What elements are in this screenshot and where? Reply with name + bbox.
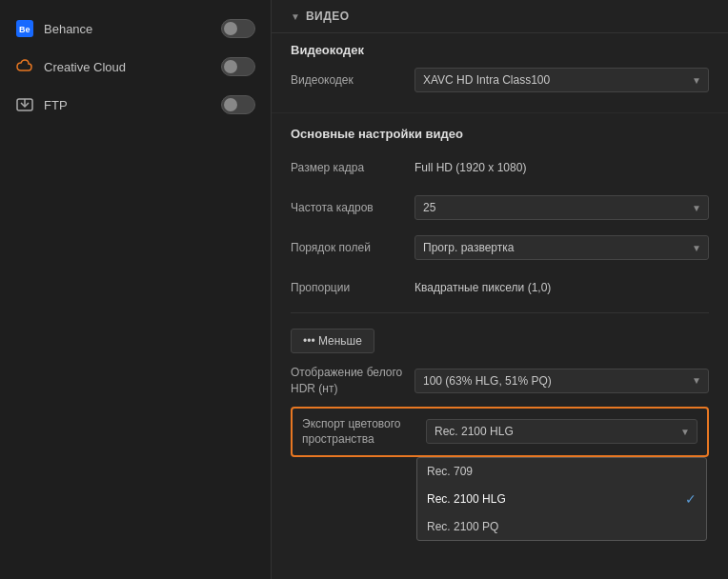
field-order-label: Порядок полей	[291, 240, 415, 256]
ftp-icon	[15, 95, 34, 114]
export-color-space-select[interactable]: Rec. 2100 HLG	[426, 419, 698, 444]
codec-row: Видеокодек XAVC HD Intra Class100 ▼	[291, 65, 709, 95]
sidebar-item-behance[interactable]: Be Behance	[0, 10, 271, 48]
basic-settings-section: Основные настройки видео Размер кадра Fu…	[272, 113, 728, 457]
creative-cloud-label: Creative Cloud	[44, 60, 126, 74]
svg-text:Be: Be	[19, 25, 30, 34]
dropdown-item-rec2100hlg[interactable]: Rec. 2100 HLG ✓	[417, 485, 706, 513]
basic-settings-title: Основные настройки видео	[291, 127, 709, 141]
proportions-label: Пропорции	[291, 280, 415, 296]
frame-rate-row: Частота кадров 25 ▼	[291, 192, 709, 223]
export-color-space-dropdown: Rec. 709 Rec. 2100 HLG ✓ Rec. 2100 PQ	[416, 457, 707, 541]
field-order-select[interactable]: Прогр. развертка	[415, 235, 709, 260]
hdr-select-wrapper: 100 (63% HLG, 51% PQ) ▼	[415, 369, 709, 393]
checkmark-icon: ✓	[685, 491, 697, 507]
dropdown-item-rec2100pq-label: Rec. 2100 PQ	[427, 520, 498, 533]
codec-select-wrapper: XAVC HD Intra Class100 ▼	[415, 68, 709, 92]
hdr-label: Отображение белого HDR (нт)	[291, 365, 415, 397]
field-order-select-wrapper: Прогр. развертка ▼	[415, 235, 709, 260]
frame-size-label: Размер кадра	[291, 160, 415, 176]
frame-size-value: Full HD (1920 x 1080)	[415, 161, 526, 174]
divider-1	[291, 312, 709, 313]
section-title-video: ВИДЕО	[306, 10, 350, 23]
hdr-row: Отображение белого HDR (нт) 100 (63% HLG…	[291, 365, 709, 397]
chevron-down-icon: ▼	[291, 11, 300, 22]
behance-icon: Be	[15, 19, 34, 38]
proportions-row: Пропорции Квадратные пиксели (1,0)	[291, 272, 709, 303]
frame-size-row: Размер кадра Full HD (1920 x 1080)	[291, 152, 709, 183]
dropdown-item-rec2100pq[interactable]: Rec. 2100 PQ	[417, 513, 706, 540]
main-content: ▼ ВИДЕО Видеокодек Видеокодек XAVC HD In…	[272, 0, 728, 579]
behance-toggle[interactable]	[221, 19, 255, 38]
section-header-video: ▼ ВИДЕО	[272, 0, 728, 33]
export-color-space-row: Экспорт цветового пространства Rec. 2100…	[302, 416, 698, 449]
frame-rate-select-wrapper: 25 ▼	[415, 195, 709, 220]
export-color-space-section: Экспорт цветового пространства Rec. 2100…	[291, 407, 709, 458]
codec-select[interactable]: XAVC HD Intra Class100	[415, 68, 709, 92]
frame-rate-select[interactable]: 25	[415, 195, 709, 220]
sidebar-item-creative-cloud[interactable]: Creative Cloud	[0, 48, 271, 86]
creative-cloud-toggle[interactable]	[221, 57, 255, 76]
field-order-row: Порядок полей Прогр. развертка ▼	[291, 232, 709, 263]
hdr-select[interactable]: 100 (63% HLG, 51% PQ)	[415, 369, 709, 393]
ftp-label: FTP	[44, 98, 68, 112]
more-button[interactable]: ••• Меньше	[291, 329, 374, 353]
dropdown-item-rec709[interactable]: Rec. 709	[417, 458, 706, 485]
sidebar-item-ftp[interactable]: FTP	[0, 86, 271, 124]
frame-rate-label: Частота кадров	[291, 200, 415, 216]
codec-label: Видеокодек	[291, 72, 415, 89]
export-color-space-label: Экспорт цветового пространства	[302, 416, 426, 449]
creative-cloud-icon	[15, 57, 34, 76]
proportions-value: Квадратные пиксели (1,0)	[415, 281, 551, 294]
behance-label: Behance	[44, 22, 92, 36]
sidebar: Be Behance Creative Cloud	[0, 0, 272, 579]
dropdown-item-rec2100hlg-label: Rec. 2100 HLG	[427, 492, 506, 506]
ftp-toggle[interactable]	[221, 95, 255, 114]
export-color-space-select-wrapper: Rec. 2100 HLG ▼	[426, 419, 698, 444]
dropdown-item-rec709-label: Rec. 709	[427, 465, 473, 478]
codec-group-title: Видеокодек	[291, 43, 709, 57]
codec-section: Видеокодек Видеокодек XAVC HD Intra Clas…	[272, 33, 728, 113]
